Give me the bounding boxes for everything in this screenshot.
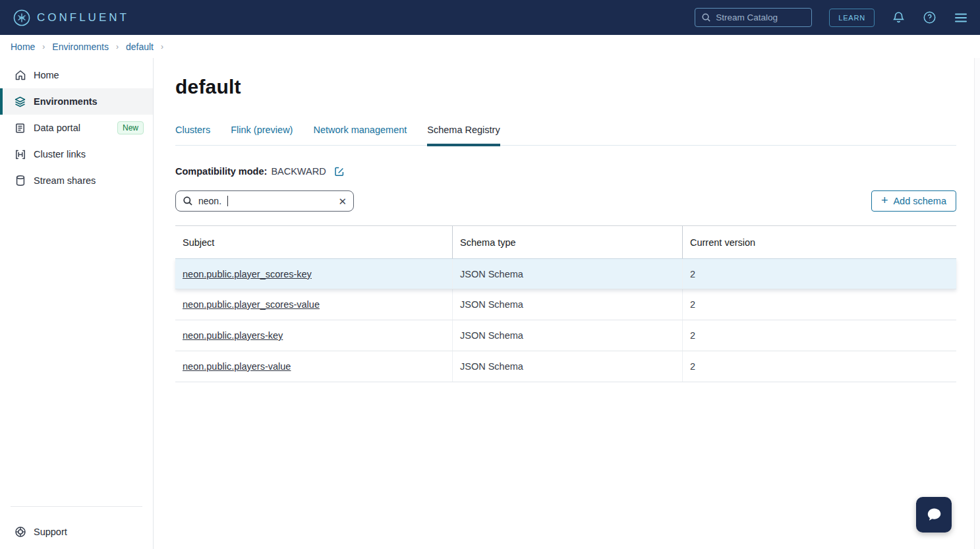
schema-type-cell: JSON Schema bbox=[453, 289, 683, 320]
tab-clusters[interactable]: Clusters bbox=[175, 125, 210, 146]
home-icon bbox=[14, 69, 26, 81]
main-content: default Clusters Flink (preview) Network… bbox=[154, 58, 980, 549]
subject-search-value: neon. bbox=[198, 196, 221, 206]
text-caret bbox=[227, 196, 228, 206]
sidebar-item-stream-shares[interactable]: Stream shares bbox=[0, 167, 153, 194]
add-schema-label: Add schema bbox=[893, 196, 946, 206]
help-button[interactable] bbox=[923, 11, 937, 24]
sidebar-item-home[interactable]: Home bbox=[0, 62, 153, 88]
breadcrumb: Home › Environments › default › bbox=[0, 35, 980, 58]
compatibility-mode-label: Compatibility mode: bbox=[175, 166, 267, 177]
support-lifebuoy-icon bbox=[14, 526, 26, 538]
database-icon bbox=[14, 175, 26, 187]
link-brackets-icon bbox=[14, 149, 26, 160]
table-header-row: Subject Schema type Current version bbox=[175, 226, 956, 258]
table-row: neon.public.player_scores-value JSON Sch… bbox=[175, 289, 956, 320]
sidebar: Home Environments Data po bbox=[0, 58, 154, 549]
sidebar-item-label: Stream shares bbox=[34, 175, 96, 186]
subject-search-input[interactable]: neon. ✕ bbox=[175, 190, 354, 212]
current-version-cell: 2 bbox=[683, 320, 956, 351]
tab-flink-preview[interactable]: Flink (preview) bbox=[231, 125, 293, 146]
schema-type-cell: JSON Schema bbox=[453, 351, 683, 382]
subject-link[interactable]: neon.public.player_scores-value bbox=[183, 299, 320, 310]
sidebar-item-environments[interactable]: Environments bbox=[0, 88, 153, 115]
brand-wordmark: CONFLUENT bbox=[37, 11, 129, 24]
sidebar-item-label: Data portal bbox=[34, 123, 80, 133]
sidebar-item-label: Support bbox=[34, 527, 67, 537]
close-icon: ✕ bbox=[338, 196, 347, 207]
confluent-logo[interactable]: CONFLUENT bbox=[13, 9, 129, 26]
current-version-cell: 2 bbox=[683, 289, 956, 320]
chat-bubble-icon bbox=[924, 506, 944, 524]
main-menu-button[interactable] bbox=[954, 12, 968, 24]
compatibility-mode-value: BACKWARD bbox=[271, 166, 326, 177]
tab-schema-registry[interactable]: Schema Registry bbox=[427, 125, 500, 146]
scrollbar-track[interactable] bbox=[974, 58, 980, 549]
top-navbar: CONFLUENT LEARN bbox=[0, 0, 980, 35]
chevron-right-icon: › bbox=[42, 42, 45, 51]
sidebar-item-cluster-links[interactable]: Cluster links bbox=[0, 141, 153, 167]
schema-subjects-table: Subject Schema type Current version neon… bbox=[175, 225, 956, 382]
table-row: neon.public.players-value JSON Schema 2 bbox=[175, 351, 956, 382]
subject-link[interactable]: neon.public.players-key bbox=[183, 330, 283, 341]
environment-tabs: Clusters Flink (preview) Network managem… bbox=[175, 125, 956, 146]
sidebar-item-label: Home bbox=[34, 70, 59, 80]
add-schema-button[interactable]: + Add schema bbox=[871, 190, 956, 212]
chevron-right-icon: › bbox=[161, 42, 163, 51]
column-header-schema-type: Schema type bbox=[453, 226, 683, 258]
breadcrumb-home[interactable]: Home bbox=[11, 42, 35, 52]
clear-search-button[interactable]: ✕ bbox=[338, 196, 347, 206]
current-version-cell: 2 bbox=[683, 259, 956, 289]
notifications-button[interactable] bbox=[892, 11, 906, 24]
edit-compatibility-button[interactable] bbox=[334, 166, 345, 177]
plus-icon: + bbox=[881, 194, 888, 208]
learn-button[interactable]: LEARN bbox=[829, 9, 875, 27]
compatibility-mode-row: Compatibility mode: BACKWARD bbox=[175, 166, 956, 177]
sidebar-item-data-portal[interactable]: Data portal New bbox=[0, 115, 153, 141]
page-title: default bbox=[175, 76, 956, 98]
subject-link[interactable]: neon.public.player_scores-key bbox=[183, 269, 312, 279]
column-header-current-version: Current version bbox=[683, 226, 956, 258]
search-icon bbox=[701, 13, 711, 22]
subject-link[interactable]: neon.public.players-value bbox=[183, 361, 291, 372]
breadcrumb-environments[interactable]: Environments bbox=[52, 42, 109, 52]
question-circle-icon bbox=[923, 11, 937, 24]
sidebar-item-label: Cluster links bbox=[34, 149, 86, 159]
stream-catalog-input[interactable] bbox=[716, 13, 805, 22]
table-row: neon.public.player_scores-key JSON Schem… bbox=[175, 258, 956, 289]
schema-type-cell: JSON Schema bbox=[453, 259, 683, 289]
layers-icon bbox=[14, 96, 26, 108]
confluent-burst-icon bbox=[13, 9, 30, 26]
table-toolbar: neon. ✕ + Add schema bbox=[175, 190, 956, 212]
new-badge: New bbox=[117, 121, 144, 134]
hamburger-icon bbox=[954, 12, 968, 24]
sidebar-item-label: Environments bbox=[34, 96, 98, 107]
current-version-cell: 2 bbox=[683, 351, 956, 382]
breadcrumb-default[interactable]: default bbox=[126, 42, 154, 52]
stream-catalog-search[interactable] bbox=[695, 8, 812, 27]
column-header-subject: Subject bbox=[175, 226, 453, 258]
chat-support-button[interactable] bbox=[916, 497, 952, 533]
search-icon bbox=[183, 196, 193, 206]
sidebar-divider bbox=[11, 506, 142, 507]
bell-icon bbox=[892, 11, 906, 24]
edit-pencil-icon bbox=[334, 166, 345, 177]
document-icon bbox=[14, 123, 26, 134]
chevron-right-icon: › bbox=[116, 42, 119, 51]
tab-network-management[interactable]: Network management bbox=[313, 125, 407, 146]
sidebar-item-support[interactable]: Support bbox=[0, 519, 153, 545]
schema-type-cell: JSON Schema bbox=[453, 320, 683, 351]
table-row: neon.public.players-key JSON Schema 2 bbox=[175, 320, 956, 351]
